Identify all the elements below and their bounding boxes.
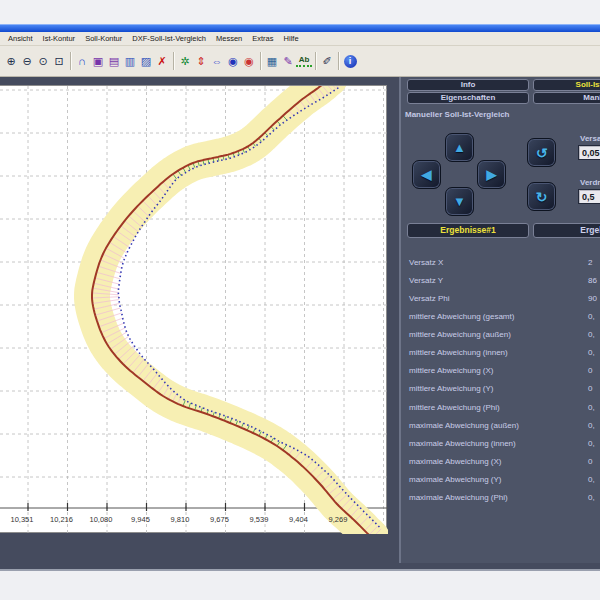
result-row-value: 0	[588, 366, 592, 375]
result-row-label: mittlere Abweichung (X)	[409, 366, 493, 375]
result-row-label: mittlere Abweichung (gesamt)	[409, 312, 514, 321]
menu-item-dxf-soll-ist-vergleich[interactable]: DXF-Soll-Ist-Vergleich	[127, 32, 211, 45]
x-axis-tick-label: 10,351	[11, 515, 34, 524]
tab-manipulation[interactable]: Manipulation	[533, 92, 600, 104]
edit-ist-kontur-icon[interactable]: ▤	[106, 52, 122, 70]
x-axis-tick-label: 9,675	[210, 515, 229, 524]
menu-item-hilfe[interactable]: Hilfe	[279, 32, 304, 45]
menu-item-ansicht[interactable]: Ansicht	[3, 32, 38, 45]
side-panel: Info Soll-Ist-Vergleich Eigenschaften Ma…	[399, 77, 600, 563]
x-axis-tick-label: 9,945	[131, 515, 150, 524]
tab-eigenschaften[interactable]: Eigenschaften	[407, 92, 529, 104]
result-row-label: Versatz Phi	[409, 294, 449, 303]
compare-points-icon[interactable]: ✲	[177, 52, 193, 70]
tab-ergebnisse-2[interactable]: Ergebnisse#2	[533, 223, 600, 238]
result-row-label: mittlere Abweichung (innen)	[409, 348, 508, 357]
content-area: 10,35110,21610,0809,9459,8109,6759,5399,…	[0, 77, 600, 570]
info-icon-glyph: i	[344, 55, 357, 68]
result-row-label: maximale Abweichung (X)	[409, 457, 501, 466]
move-up-button[interactable]: ▲	[445, 133, 474, 162]
toolbar-separator	[70, 52, 71, 70]
move-ist-kontur-icon[interactable]: ▥	[122, 52, 138, 70]
globe-red-icon[interactable]: ◉	[241, 52, 257, 70]
title-bar[interactable]	[0, 24, 600, 32]
result-row-value: 0	[588, 384, 592, 393]
tab-ergebnisse-1[interactable]: Ergebnisse#1	[407, 223, 529, 238]
contour-plot-canvas[interactable]: 10,35110,21610,0809,9459,8109,6759,5399,…	[0, 85, 387, 533]
soll-kontur-curve	[92, 86, 372, 534]
result-row-label: maximale Abweichung (außen)	[409, 421, 519, 430]
result-row-label: Versatz Y	[409, 276, 443, 285]
toolbar-separator	[260, 52, 261, 70]
result-row-value: 86	[588, 276, 597, 285]
tab-info[interactable]: Info	[407, 79, 529, 91]
abc-dots-icon[interactable]: Ab	[296, 55, 312, 67]
arc-icon[interactable]: ∩	[74, 52, 90, 70]
result-row-value: 0,	[588, 348, 595, 357]
application-window: AnsichtIst-KonturSoll-KonturDXF-Soll-Ist…	[0, 0, 600, 600]
result-row-value: 0,	[588, 421, 595, 430]
rotate-cw-button[interactable]: ↻	[527, 182, 556, 211]
align-vertical-icon[interactable]: ⇕	[193, 52, 209, 70]
x-axis-tick-label: 9,539	[250, 515, 269, 524]
result-row-value: 0,	[588, 312, 595, 321]
zoom-window-icon[interactable]: ⊡	[51, 52, 67, 70]
result-row-value: 0,	[588, 403, 595, 412]
result-row-label: maximale Abweichung (innen)	[409, 439, 516, 448]
x-axis-tick-label: 9,810	[171, 515, 190, 524]
result-row-value: 0	[588, 457, 592, 466]
info-icon[interactable]: i	[342, 52, 358, 70]
x-axis-tick-label: 9,269	[329, 515, 348, 524]
versatz-label: Versatz	[580, 134, 600, 143]
globe-blue-icon[interactable]: ◉	[225, 52, 241, 70]
result-row-value: 0,	[588, 330, 595, 339]
delete-icon[interactable]: ✗	[154, 52, 170, 70]
toolbar: ⊕⊖⊙⊡∩▣▤▥▨✗✲⇕⇔◉◉▦✎Ab✐i	[0, 46, 600, 77]
toolbar-separator	[173, 52, 174, 70]
zoom-original-icon[interactable]: ⊙	[35, 52, 51, 70]
rotate-ccw-button[interactable]: ↺	[527, 138, 556, 167]
result-row-label: mittlere Abweichung (Y)	[409, 384, 493, 393]
verdrehung-input[interactable]: 0,5	[578, 189, 600, 204]
zoom-out-icon[interactable]: ⊖	[19, 52, 35, 70]
x-axis-tick-label: 10,080	[90, 515, 113, 524]
x-axis-tick-label: 9,404	[289, 515, 308, 524]
x-axis-tick-label: 10,216	[50, 515, 73, 524]
result-row-label: maximale Abweichung (Phi)	[409, 493, 508, 502]
result-row-label: mittlere Abweichung (Phi)	[409, 403, 500, 412]
result-row-value: 90	[588, 294, 597, 303]
result-row-value: 0,	[588, 475, 595, 484]
menu-item-soll-kontur[interactable]: Soll-Kontur	[80, 32, 127, 45]
toolbar-separator	[338, 52, 339, 70]
desktop-background	[0, 571, 600, 600]
toolbar-separator	[315, 52, 316, 70]
result-row-value: 2	[588, 258, 592, 267]
tab-soll-ist-vergleich[interactable]: Soll-Ist-Vergleich	[533, 79, 600, 91]
move-down-button[interactable]: ▼	[445, 187, 474, 216]
result-row-label: maximale Abweichung (Y)	[409, 475, 501, 484]
verdrehung-label: Verdrehung	[580, 178, 600, 187]
align-horizontal-icon[interactable]: ⇔	[209, 52, 225, 70]
result-row-label: mittlere Abweichung (außen)	[409, 330, 511, 339]
section-title: Manueller Soll-Ist-Vergleich	[405, 110, 509, 119]
move-right-button[interactable]: ▶	[477, 160, 506, 189]
versatz-input[interactable]: 0,05	[578, 145, 600, 160]
menu-item-messen[interactable]: Messen	[211, 32, 247, 45]
menu-bar: AnsichtIst-KonturSoll-KonturDXF-Soll-Ist…	[0, 32, 600, 46]
menu-item-ist-kontur[interactable]: Ist-Kontur	[38, 32, 81, 45]
contour-plot-svg: 10,35110,21610,0809,9459,8109,6759,5399,…	[0, 86, 388, 534]
move-left-button[interactable]: ◀	[412, 160, 441, 189]
result-row-value: 0,	[588, 439, 595, 448]
result-row-value: 0,	[588, 493, 595, 502]
report-icon[interactable]: ▦	[264, 52, 280, 70]
load-ist-kontur-icon[interactable]: ▣	[90, 52, 106, 70]
zoom-in-icon[interactable]: ⊕	[3, 52, 19, 70]
signature-icon[interactable]: ✎	[280, 52, 296, 70]
search-kontur-icon[interactable]: ▨	[138, 52, 154, 70]
menu-item-extras[interactable]: Extras	[247, 32, 278, 45]
result-row-label: Versatz X	[409, 258, 443, 267]
pointer-icon[interactable]: ✐	[319, 52, 335, 70]
